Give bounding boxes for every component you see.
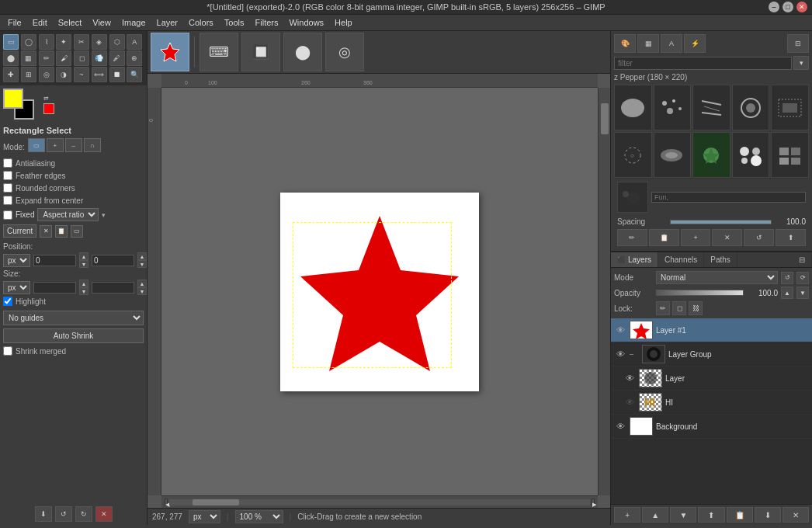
tool-perspective-clone[interactable]: ⊞ xyxy=(21,67,36,82)
tool-bucket-fill[interactable]: ⬤ xyxy=(3,50,19,66)
fixed-type-dropdown[interactable]: Aspect ratio Width Height Size xyxy=(37,208,99,221)
size-h-input[interactable]: 681 xyxy=(92,282,134,294)
tool-ellipse-select[interactable]: ◯ xyxy=(21,34,36,50)
tool-blend[interactable]: ▦ xyxy=(21,50,36,66)
toolbar-tool-4[interactable]: ⬤ xyxy=(283,33,322,71)
scrollbar-vertical[interactable] xyxy=(598,88,610,495)
opacity-down-button[interactable]: ▼ xyxy=(796,287,809,299)
foreground-color-swatch[interactable] xyxy=(3,89,23,109)
scroll-left-arrow[interactable]: ◂ xyxy=(165,498,168,506)
tool-eraser[interactable]: ◻ xyxy=(74,50,89,66)
tool-foreground-select[interactable]: ◈ xyxy=(92,34,107,50)
tab-paths[interactable]: Paths xyxy=(704,252,737,267)
size-w-input[interactable]: 1050 xyxy=(33,282,76,294)
tool-fuzzy-select[interactable]: ✦ xyxy=(56,34,71,50)
scroll-right-arrow[interactable]: ▸ xyxy=(592,498,595,506)
opacity-bar[interactable] xyxy=(656,290,744,296)
tool-redo-icon[interactable]: ↻ xyxy=(75,506,92,522)
tool-heal[interactable]: ✚ xyxy=(3,67,19,82)
menu-select[interactable]: Select xyxy=(54,16,87,29)
scrollbar-horizontal[interactable]: ◂ ▸ xyxy=(161,495,598,508)
opacity-up-button[interactable]: ▲ xyxy=(781,287,793,299)
tool-airbrush[interactable]: 💨 xyxy=(92,50,107,66)
menu-file[interactable]: File xyxy=(3,16,26,29)
reset-colors-icon[interactable] xyxy=(43,103,54,114)
brush-filter-input[interactable] xyxy=(614,57,792,70)
tool-clone[interactable]: ⊕ xyxy=(127,50,142,66)
menu-tools[interactable]: Tools xyxy=(220,16,249,29)
tool-pencil[interactable]: ✏ xyxy=(39,50,54,66)
spacing-bar[interactable] xyxy=(670,220,772,224)
layer-hi-visibility-toggle[interactable]: 👁 xyxy=(623,396,636,408)
layer-1-visibility-toggle[interactable]: 👁 xyxy=(614,324,626,336)
size-w-down-button[interactable]: ▼ xyxy=(79,287,88,295)
layer-row-layer[interactable]: 👁 Layer xyxy=(611,366,812,391)
layer-raise-button[interactable]: ▲ xyxy=(642,507,668,523)
pos-y-up-button[interactable]: ▲ xyxy=(137,252,147,260)
mode-intersect-button[interactable]: ∩ xyxy=(84,138,101,152)
layer-merge-button[interactable]: ⬇ xyxy=(755,507,781,523)
scrollbar-vertical-thumb[interactable] xyxy=(601,103,609,134)
tool-ink[interactable]: 🖋 xyxy=(109,50,125,66)
zoom-dropdown[interactable]: 100 % 50 % 200 % Fit Page xyxy=(235,510,283,523)
lock-pixels-icon[interactable]: ✏ xyxy=(656,301,670,315)
tool-paths[interactable]: ⬡ xyxy=(109,34,125,50)
scrollbar-track[interactable] xyxy=(169,499,590,505)
tool-rect-select[interactable]: ▭ xyxy=(3,34,19,50)
position-unit-dropdown[interactable]: px% xyxy=(3,254,30,267)
layer-row-group[interactable]: 👁 – Layer Group xyxy=(611,342,812,366)
mode-subtract-button[interactable]: – xyxy=(65,138,82,152)
size-h-up-button[interactable]: ▲ xyxy=(137,280,147,287)
tool-measure[interactable]: ⟺ xyxy=(92,67,107,82)
unit-dropdown[interactable]: px % mm xyxy=(189,510,220,523)
brushes-tab-font[interactable]: A xyxy=(661,34,682,53)
shrink-merged-checkbox[interactable] xyxy=(3,346,12,356)
brush-item-4[interactable] xyxy=(732,85,770,130)
brush-item-8[interactable] xyxy=(692,132,730,178)
close-button[interactable]: ✕ xyxy=(796,2,807,12)
brush-item-5[interactable] xyxy=(771,85,809,130)
tool-save-icon[interactable]: ⬇ xyxy=(35,506,52,522)
layer-row-hi[interactable]: 👁 HI HI xyxy=(611,391,812,415)
pos-x-up-button[interactable]: ▲ xyxy=(79,252,88,260)
layer-group-collapse-icon[interactable]: – xyxy=(630,350,639,358)
brushes-tab-dynamics[interactable]: ⚡ xyxy=(684,34,706,53)
brush-tag-input[interactable] xyxy=(651,192,806,203)
brushes-tab-pattern[interactable]: ▦ xyxy=(637,34,659,53)
auto-shrink-button[interactable]: Auto Shrink xyxy=(3,328,144,343)
tool-undo-icon[interactable]: ↺ xyxy=(55,506,72,522)
menu-filters[interactable]: Filters xyxy=(251,16,283,29)
current-portrait-icon[interactable]: ▭ xyxy=(71,225,83,238)
position-y-input[interactable] xyxy=(92,255,134,266)
layers-collapse-button[interactable]: ⊟ xyxy=(793,252,812,267)
canvas-scroll[interactable] xyxy=(161,88,598,495)
layer-mode-dropdown[interactable]: Normal Multiply Screen xyxy=(656,271,778,284)
brush-item-7[interactable] xyxy=(654,132,692,178)
menu-image[interactable]: Image xyxy=(117,16,151,29)
lock-alpha-icon[interactable]: ◻ xyxy=(672,301,686,315)
current-copy-icon[interactable]: 📋 xyxy=(55,225,68,238)
toolbar-tool-2[interactable]: ⌨ xyxy=(200,33,238,71)
tool-zoom[interactable]: 🔍 xyxy=(127,67,142,82)
tool-smudge[interactable]: ~ xyxy=(74,67,89,82)
brush-export-button[interactable]: ⬆ xyxy=(776,229,806,246)
size-w-up-button[interactable]: ▲ xyxy=(79,280,88,287)
layer-layer-visibility-toggle[interactable]: 👁 xyxy=(623,372,636,384)
tab-channels[interactable]: Channels xyxy=(658,252,704,267)
brush-item-3[interactable] xyxy=(692,85,730,130)
brush-duplicate-button[interactable]: 📋 xyxy=(649,229,679,246)
layer-row-1[interactable]: 👁 Layer #1 xyxy=(611,318,812,342)
mode-add-button[interactable]: + xyxy=(47,138,64,152)
layer-duplicate-button[interactable]: 📋 xyxy=(727,507,753,523)
mode-cycle-button[interactable]: ↺ xyxy=(781,272,793,284)
menu-layer[interactable]: Layer xyxy=(152,16,183,29)
layer-row-background[interactable]: 👁 Background xyxy=(611,415,812,439)
tab-layers[interactable]: ⬛ Layers xyxy=(611,252,658,267)
layer-lower-button[interactable]: ▼ xyxy=(670,507,696,523)
tool-text[interactable]: A xyxy=(127,34,142,50)
mode-reset-button[interactable]: ⟳ xyxy=(796,272,809,284)
minimize-button[interactable]: – xyxy=(769,2,779,12)
tool-color-picker[interactable]: 🔲 xyxy=(109,67,125,82)
antialiasing-checkbox[interactable] xyxy=(3,158,12,168)
swap-colors-icon[interactable]: ⇄ xyxy=(43,95,54,102)
